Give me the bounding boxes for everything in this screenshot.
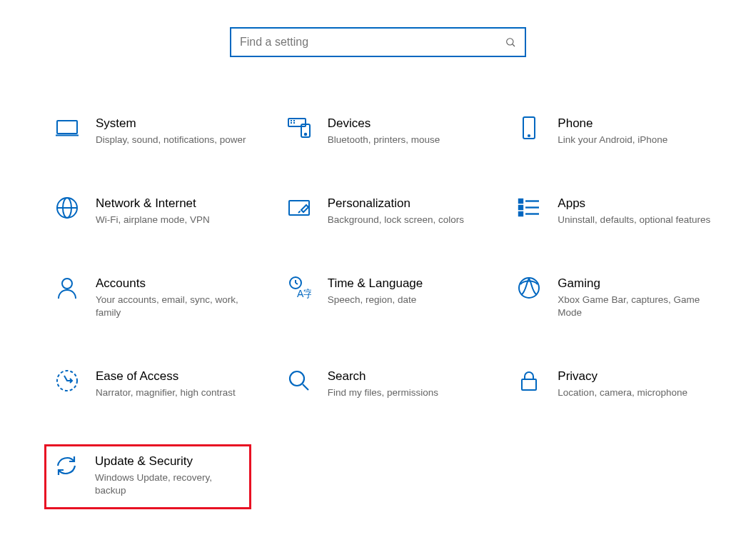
globe-icon xyxy=(51,196,83,227)
svg-rect-2 xyxy=(57,121,77,134)
tile-personalization[interactable]: Personalization Background, lock screen,… xyxy=(281,191,497,231)
grid-row: Ease of Access Narrator, magnifier, high… xyxy=(49,364,727,404)
tile-text: Personalization Background, lock screen,… xyxy=(328,196,497,226)
tile-text: System Display, sound, notifications, po… xyxy=(96,116,265,146)
grid-row: Accounts Your accounts, email, sync, wor… xyxy=(49,271,727,324)
apps-icon xyxy=(513,196,545,227)
tile-accounts[interactable]: Accounts Your accounts, email, sync, wor… xyxy=(49,271,265,324)
tile-desc: Speech, region, date xyxy=(328,294,490,306)
tile-desc: Windows Update, recovery, backup xyxy=(95,471,242,497)
tile-network[interactable]: Network & Internet Wi-Fi, airplane mode,… xyxy=(49,191,265,231)
tile-desc: Wi-Fi, airplane mode, VPN xyxy=(96,214,258,226)
tile-title: Personalization xyxy=(328,196,490,211)
update-icon xyxy=(51,454,82,485)
svg-line-27 xyxy=(296,283,298,284)
settings-grid: System Display, sound, notifications, po… xyxy=(49,111,727,509)
tile-text: Phone Link your Android, iPhone xyxy=(558,116,727,146)
tile-desc: Xbox Game Bar, captures, Game Mode xyxy=(558,294,720,319)
tile-title: Phone xyxy=(558,116,720,131)
tile-text: Update & Security Windows Update, recove… xyxy=(95,454,249,498)
tile-search[interactable]: Search Find my files, permissions xyxy=(281,364,497,404)
tile-text: Privacy Location, camera, microphone xyxy=(558,369,727,399)
time-language-icon: A字 xyxy=(283,276,315,307)
magnifier-icon xyxy=(283,369,315,400)
tile-text: Search Find my files, permissions xyxy=(328,369,497,399)
phone-icon xyxy=(513,116,545,147)
tile-text: Ease of Access Narrator, magnifier, high… xyxy=(96,369,265,399)
tile-desc: Location, camera, microphone xyxy=(558,386,720,399)
tile-time-language[interactable]: A字 Time & Language Speech, region, date xyxy=(281,271,497,311)
tile-devices[interactable]: Devices Bluetooth, printers, mouse xyxy=(281,111,497,151)
svg-point-31 xyxy=(290,371,304,386)
tile-desc: Background, lock screen, colors xyxy=(328,214,490,226)
tile-title: Network & Internet xyxy=(96,196,258,211)
grid-row: Update & Security Windows Update, recove… xyxy=(49,444,727,510)
tile-title: Privacy xyxy=(558,369,720,384)
tile-apps[interactable]: Apps Uninstall, defaults, optional featu… xyxy=(510,191,727,231)
tile-ease-of-access[interactable]: Ease of Access Narrator, magnifier, high… xyxy=(49,364,265,404)
ease-of-access-icon xyxy=(51,369,83,400)
grid-row: Network & Internet Wi-Fi, airplane mode,… xyxy=(49,191,727,231)
tile-privacy[interactable]: Privacy Location, camera, microphone xyxy=(510,364,727,404)
tile-text: Devices Bluetooth, printers, mouse xyxy=(328,116,497,146)
tile-title: Apps xyxy=(558,196,720,211)
tile-phone[interactable]: Phone Link your Android, iPhone xyxy=(510,111,727,151)
tile-title: Search xyxy=(328,369,490,384)
tile-title: Time & Language xyxy=(328,276,490,291)
tile-title: System xyxy=(96,116,258,131)
system-icon xyxy=(51,116,83,147)
tile-gaming[interactable]: Gaming Xbox Game Bar, captures, Game Mod… xyxy=(510,271,727,324)
grid-row: System Display, sound, notifications, po… xyxy=(49,111,727,151)
svg-rect-33 xyxy=(522,379,536,390)
svg-point-24 xyxy=(62,279,72,289)
search-icon xyxy=(505,36,516,48)
tile-title: Accounts xyxy=(96,276,258,291)
tile-desc: Display, sound, notifications, power xyxy=(96,134,258,146)
tile-title: Devices xyxy=(328,116,490,131)
svg-rect-20 xyxy=(519,206,523,209)
tile-text: Accounts Your accounts, email, sync, wor… xyxy=(96,276,265,320)
tile-text: Apps Uninstall, defaults, optional featu… xyxy=(558,196,727,226)
personalization-icon xyxy=(283,196,315,227)
tile-desc: Find my files, permissions xyxy=(328,386,490,399)
accounts-icon xyxy=(51,276,83,307)
gaming-icon xyxy=(513,276,545,307)
tile-title: Update & Security xyxy=(95,454,242,469)
svg-point-10 xyxy=(304,134,306,135)
tile-desc: Link your Android, iPhone xyxy=(558,134,720,146)
svg-rect-18 xyxy=(519,199,523,203)
tile-desc: Uninstall, defaults, optional features xyxy=(558,214,720,226)
tile-desc: Your accounts, email, sync, work, family xyxy=(96,294,258,319)
svg-point-0 xyxy=(507,39,513,45)
tile-text: Network & Internet Wi-Fi, airplane mode,… xyxy=(96,196,265,226)
svg-line-17 xyxy=(298,211,301,214)
lock-icon xyxy=(513,369,545,400)
svg-line-32 xyxy=(303,384,308,390)
tile-title: Gaming xyxy=(558,276,720,291)
tile-update-security[interactable]: Update & Security Windows Update, recove… xyxy=(44,444,251,510)
devices-icon xyxy=(283,116,315,147)
tile-text: Gaming Xbox Game Bar, captures, Game Mod… xyxy=(558,276,727,320)
search-box[interactable] xyxy=(230,27,526,57)
tile-title: Ease of Access xyxy=(96,369,258,384)
search-row xyxy=(0,0,756,57)
svg-text:A字: A字 xyxy=(297,288,311,299)
tile-text: Time & Language Speech, region, date xyxy=(328,276,497,306)
svg-line-1 xyxy=(513,44,515,46)
tile-system[interactable]: System Display, sound, notifications, po… xyxy=(49,111,265,151)
svg-rect-22 xyxy=(519,212,523,216)
svg-point-12 xyxy=(528,135,530,136)
tile-desc: Bluetooth, printers, mouse xyxy=(328,134,490,146)
tile-desc: Narrator, magnifier, high contrast xyxy=(96,386,258,399)
search-input[interactable] xyxy=(240,36,505,49)
